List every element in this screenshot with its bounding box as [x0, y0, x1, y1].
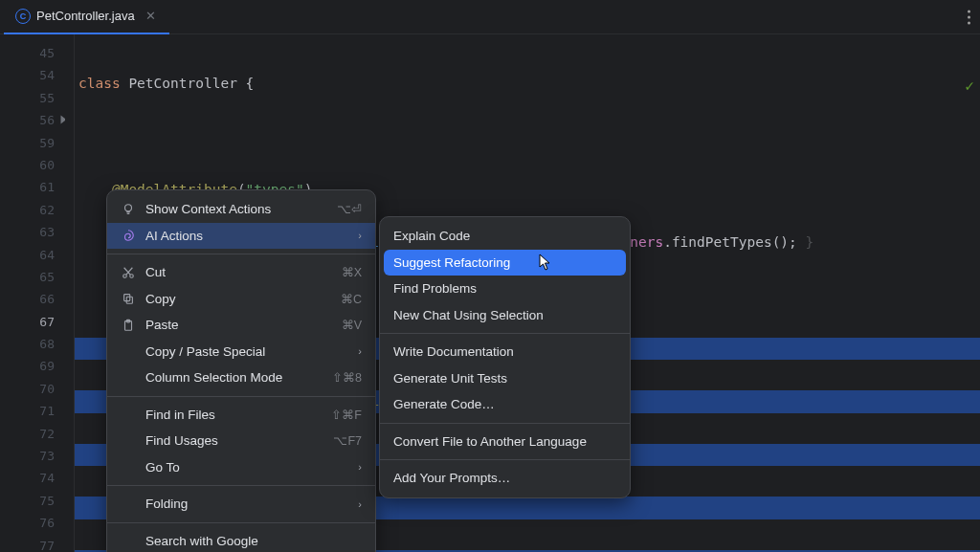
menu-separator	[107, 485, 375, 486]
menu-shortcut: ⇧⌘F	[331, 408, 362, 422]
menu-item-find-in-files[interactable]: Find in Files⇧⌘F	[107, 402, 375, 429]
line-number: 68	[0, 333, 74, 355]
menu-item-find-usages[interactable]: Find Usages⌥F7	[107, 428, 375, 454]
ai-actions-submenu: Explain CodeSuggest RefactoringFind Prob…	[379, 216, 631, 498]
menu-item-label: Find in Files	[145, 408, 215, 422]
menu-shortcut: ⌘V	[342, 318, 362, 332]
close-icon[interactable]: ✕	[145, 10, 158, 23]
more-options-icon[interactable]	[968, 10, 970, 24]
line-number: 72	[0, 423, 74, 445]
line-number: 76	[0, 512, 74, 534]
line-number: 75	[0, 490, 74, 512]
menu-item-copy-paste-special[interactable]: Copy / Paste Special›	[107, 339, 375, 365]
menu-item-label: Generate Code…	[393, 397, 495, 411]
code-token: PetController {	[128, 76, 254, 91]
line-number: 74	[0, 467, 74, 489]
line-number: 61	[0, 176, 74, 198]
line-number: 60	[0, 154, 74, 176]
menu-item-generate-unit-tests[interactable]: Generate Unit Tests	[380, 365, 630, 392]
menu-item-label: Column Selection Mode	[145, 370, 282, 385]
menu-item-ai-actions[interactable]: AI Actions›	[107, 223, 375, 250]
menu-item-write-documentation[interactable]: Write Documentation	[380, 339, 630, 365]
menu-item-search-with-google[interactable]: Search with Google	[107, 528, 375, 553]
menu-separator	[380, 459, 630, 460]
fold-icon[interactable]	[61, 116, 70, 124]
menu-item-suggest-refactoring[interactable]: Suggest Refactoring	[384, 250, 626, 276]
menu-item-show-context-actions[interactable]: Show Context Actions⌥⏎	[107, 196, 375, 223]
menu-item-cut[interactable]: Cut⌘X	[107, 259, 375, 286]
menu-item-label: Folding	[145, 497, 188, 511]
menu-item-label: Add Your Prompts…	[393, 471, 510, 485]
menu-item-convert-file-to-another-language[interactable]: Convert File to Another Language	[380, 429, 630, 455]
bulb-icon	[121, 202, 136, 217]
tab-bar: C PetController.java ✕	[0, 0, 980, 34]
menu-item-new-chat-using-selection[interactable]: New Chat Using Selection	[380, 302, 630, 329]
chevron-right-icon: ›	[358, 345, 362, 357]
code-token: class	[78, 76, 128, 91]
menu-item-label: Convert File to Another Language	[393, 434, 587, 449]
java-class-icon: C	[15, 9, 31, 24]
line-number: 65	[0, 266, 74, 288]
line-number: 64	[0, 244, 74, 266]
menu-shortcut: ⇧⌘8	[332, 370, 362, 385]
menu-item-folding[interactable]: Folding›	[107, 491, 375, 518]
blank-icon	[121, 459, 136, 475]
line-number: 63	[0, 221, 74, 243]
cut-icon	[121, 265, 136, 280]
menu-separator	[107, 254, 375, 254]
code-token: .findPetTypes();	[663, 234, 805, 250]
line-gutter: 4554555659606162636465666768697071727374…	[0, 34, 75, 552]
menu-shortcut: ⌥⏎	[337, 202, 362, 216]
code-token: }	[806, 234, 814, 250]
svg-point-0	[125, 205, 132, 211]
line-number: 54	[0, 64, 74, 86]
ai-swirl-icon	[121, 228, 136, 243]
menu-item-label: Go To	[145, 460, 180, 475]
menu-item-label: Copy / Paste Special	[145, 344, 265, 359]
menu-item-generate-code[interactable]: Generate Code…	[380, 391, 630, 418]
menu-item-copy[interactable]: Copy⌘C	[107, 286, 375, 313]
line-number: 59	[0, 132, 74, 154]
menu-item-label: Suggest Refactoring	[393, 255, 510, 270]
menu-item-label: AI Actions	[145, 229, 203, 243]
blank-icon	[121, 497, 136, 512]
chevron-right-icon: ›	[358, 230, 362, 241]
menu-item-label: Cut	[145, 265, 166, 279]
line-number: 55	[0, 87, 74, 109]
line-number: 73	[0, 445, 74, 467]
svg-point-1	[123, 275, 127, 278]
line-number: 71	[0, 400, 74, 422]
blank-icon	[121, 407, 136, 422]
menu-item-label: Write Documentation	[393, 344, 514, 359]
blank-icon	[121, 433, 136, 449]
line-number: 45	[0, 42, 74, 64]
line-number: 77	[0, 535, 74, 552]
paste-icon	[121, 318, 136, 333]
menu-separator	[380, 333, 630, 334]
menu-item-label: Copy	[145, 292, 176, 306]
menu-item-label: Search with Google	[145, 534, 258, 548]
editor-tab-active[interactable]: C PetController.java ✕	[4, 0, 169, 34]
menu-item-label: Find Problems	[393, 281, 477, 296]
menu-item-label: New Chat Using Selection	[393, 308, 544, 322]
blank-icon	[121, 533, 136, 548]
menu-item-paste[interactable]: Paste⌘V	[107, 312, 375, 339]
line-number: 70	[0, 378, 74, 400]
menu-item-explain-code[interactable]: Explain Code	[380, 223, 630, 250]
menu-item-go-to[interactable]: Go To›	[107, 454, 375, 481]
line-number: 66	[0, 288, 74, 310]
menu-item-label: Show Context Actions	[145, 202, 271, 216]
inspection-ok-icon[interactable]: ✓	[965, 77, 974, 95]
menu-shortcut: ⌘X	[342, 265, 362, 279]
menu-item-column-selection-mode[interactable]: Column Selection Mode⇧⌘8	[107, 364, 375, 391]
line-number: 56	[0, 109, 74, 131]
blank-icon	[121, 370, 136, 386]
context-menu: Show Context Actions⌥⏎AI Actions›Cut⌘XCo…	[106, 189, 376, 552]
menu-item-label: Paste	[145, 318, 179, 332]
chevron-right-icon: ›	[358, 461, 362, 473]
svg-point-2	[130, 275, 134, 278]
menu-item-label: Generate Unit Tests	[393, 371, 507, 386]
menu-item-find-problems[interactable]: Find Problems	[380, 276, 630, 302]
menu-item-add-your-prompts[interactable]: Add Your Prompts…	[380, 465, 630, 492]
menu-item-label: Explain Code	[393, 229, 470, 243]
